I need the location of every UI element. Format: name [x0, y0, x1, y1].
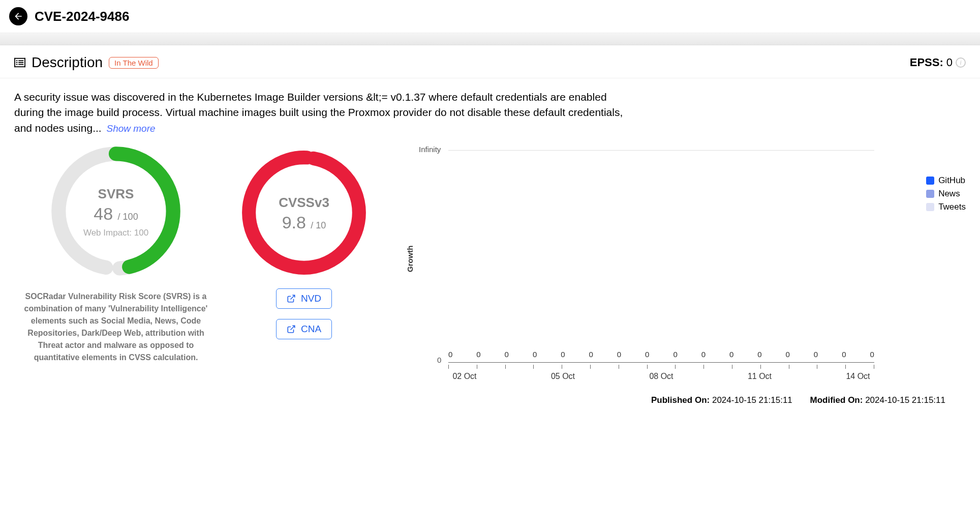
x-axis-labels: 02 Oct05 Oct08 Oct11 Oct14 Oct: [448, 372, 874, 381]
growth-chart: Infinity 0 Growth 0000000000000000 02 Oc…: [390, 145, 966, 411]
legend-swatch: [926, 177, 934, 185]
svrs-sub: Web Impact: 100: [83, 228, 148, 238]
cna-link[interactable]: CNA: [276, 319, 332, 339]
legend-label: GitHub: [938, 175, 965, 186]
external-link-icon: [287, 325, 296, 334]
svg-rect-0: [14, 58, 25, 59]
epss-label: EPSS:: [910, 56, 943, 69]
legend-swatch: [926, 190, 934, 198]
svrs-title: SVRS: [98, 186, 134, 202]
y-top-label: Infinity: [419, 145, 441, 154]
data-labels: 0000000000000000: [448, 350, 874, 359]
cve-title: CVE-2024-9486: [35, 9, 129, 24]
description-text: A security issue was discovered in the K…: [0, 78, 640, 141]
published-value: 2024-10-15 21:15:11: [712, 395, 792, 405]
cvss-gauge: CVSSv3 9.8 / 10: [240, 149, 368, 278]
svg-line-14: [290, 296, 294, 300]
show-more-link[interactable]: Show more: [106, 123, 155, 134]
list-icon: [14, 57, 25, 68]
cvss-title: CVSSv3: [279, 195, 329, 211]
plot-area: 0000000000000000 02 Oct05 Oct08 Oct11 Oc…: [448, 150, 874, 369]
legend-swatch: [926, 203, 934, 211]
svrs-description: SOCRadar Vulnerability Risk Score (SVRS)…: [14, 290, 218, 364]
description-content: A security issue was discovered in the K…: [14, 91, 623, 134]
legend-label: Tweets: [938, 202, 966, 212]
modified-label: Modified On:: [810, 395, 863, 405]
svrs-value: 48: [94, 204, 113, 223]
svrs-gauge: SVRS 48 / 100 Web Impact: 100: [50, 145, 182, 279]
arrow-left-icon: [13, 11, 23, 21]
cvss-of: / 10: [311, 220, 326, 230]
page-header: CVE-2024-9486: [0, 0, 980, 33]
cna-label: CNA: [301, 324, 321, 335]
svg-rect-8: [16, 64, 18, 65]
info-icon[interactable]: i: [956, 57, 966, 68]
epss-value: 0: [946, 56, 953, 69]
description-header-left: Description In The Wild: [14, 54, 159, 71]
svg-rect-9: [18, 64, 23, 65]
legend-label: News: [938, 189, 960, 199]
chart-legend: GitHubNewsTweets: [926, 175, 966, 215]
tick-row: [448, 365, 874, 369]
in-the-wild-badge: In The Wild: [109, 57, 159, 69]
metrics-row: SVRS 48 / 100 Web Impact: 100 SOCRadar V…: [0, 141, 980, 411]
cvss-value: 9.8: [282, 213, 306, 232]
cvss-column: CVSSv3 9.8 / 10 NVD CNA: [218, 145, 390, 411]
external-link-icon: [287, 294, 296, 303]
svg-rect-4: [16, 60, 18, 61]
section-title: Description: [32, 54, 103, 71]
epss-score: EPSS: 0 i: [910, 56, 966, 69]
svg-rect-6: [16, 62, 18, 63]
modified-value: 2024-10-15 21:15:11: [865, 395, 945, 405]
svg-rect-5: [18, 60, 23, 61]
svg-line-15: [290, 326, 294, 330]
sub-header-bar: [0, 33, 980, 45]
y-axis-label: Growth: [406, 246, 414, 273]
dates-footer: Published On: 2024-10-15 21:15:11 Modifi…: [401, 384, 966, 411]
svg-rect-3: [24, 58, 25, 67]
back-button[interactable]: [9, 7, 27, 25]
nvd-label: NVD: [301, 293, 321, 304]
legend-item[interactable]: GitHub: [926, 175, 966, 186]
description-header: Description In The Wild EPSS: 0 i: [0, 45, 980, 78]
svrs-of: / 100: [118, 212, 138, 222]
svrs-column: SVRS 48 / 100 Web Impact: 100 SOCRadar V…: [14, 145, 218, 411]
legend-item[interactable]: News: [926, 189, 966, 199]
legend-item[interactable]: Tweets: [926, 202, 966, 212]
nvd-link[interactable]: NVD: [276, 288, 332, 309]
svg-rect-1: [14, 66, 25, 67]
published-label: Published On:: [651, 395, 710, 405]
svg-rect-2: [14, 58, 15, 67]
svg-rect-7: [18, 62, 23, 63]
y-bottom-label: 0: [437, 356, 441, 364]
